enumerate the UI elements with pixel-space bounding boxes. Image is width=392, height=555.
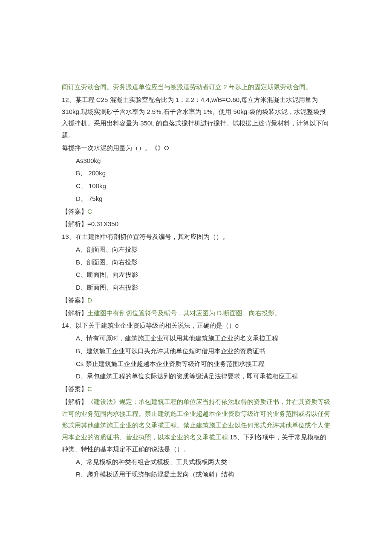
document-line: 13、在土建图中有剖切位置符号及编号，其对应图为（）。	[62, 231, 330, 243]
text-label: 【解析】	[62, 220, 87, 227]
document-line: B、 200kg	[62, 167, 330, 179]
document-line: A、情有可原时，建筑施工企业可以用其他建筑施工企业的名义承揽工程	[62, 332, 330, 344]
document-line: 每搅拌一次水泥的用量为（）。《》O	[62, 142, 330, 154]
document-line: B、建筑施工企业可以口头允许其他单位短时借用本企业的资质证书	[62, 345, 330, 357]
document-line: Cs 禁止建筑施工企业超越本企业资质等级许可的业务范围承揽工程	[62, 358, 330, 370]
text-label: 【答案】	[62, 208, 87, 215]
document-line: R、爬升模板适用于现浇钢筋混凝土竖向（或倾斜）结构	[62, 468, 330, 480]
text-value: 土建图中有剖切位置符号及编号，其对应图为 D.断面图、向右投影。	[87, 309, 281, 317]
document-line: B、剖面图、向右投影	[62, 256, 330, 268]
document-line: 12、某工程 C25 混凝土实验室配合比为 1：2.2：4.4,w/B=O.60…	[62, 94, 330, 141]
text-value: D	[87, 296, 92, 304]
text-segment: 【解析】	[62, 398, 87, 405]
document-line: 间订立劳动合同。劳务派遣单位应当与被派遣劳动者订立 2 年以上的固定期限劳动合同…	[62, 81, 330, 93]
document-line: C、断面图、向左投影	[62, 269, 330, 281]
document-line: D、 75kg	[62, 193, 330, 205]
document-line: 【答案】C	[62, 383, 330, 395]
document-line: A、剖面图、向左投影	[62, 244, 330, 256]
document-line: 【解析】《建设法》规定：承包建筑工程的单位应当持有依法取得的资质证书，并在其资质…	[62, 396, 330, 455]
text-label: 【答案】	[62, 385, 87, 392]
document-line: D、承包建筑工程的单位实际达到的资质等级满足法律要求，即可承揽相应工程	[62, 370, 330, 382]
text-label: 【解析】	[62, 309, 87, 317]
text-value: C	[87, 208, 92, 215]
document-line: C、 100kg	[62, 180, 330, 192]
document-line: D、断面图、向右投影	[62, 282, 330, 293]
document-line: A、常见模板的种类有组合式模板、工具式模板两大类	[62, 456, 330, 468]
text-label: 【答案】	[62, 296, 87, 304]
text-value: =0.31X350	[87, 220, 118, 227]
document-line: 【解析】土建图中有剖切位置符号及编号，其对应图为 D.断面图、向右投影。	[62, 307, 330, 319]
document-line: 【解析】=0.31X350	[62, 218, 330, 230]
document-line: 14、以下关于建筑业企业资质等级的相关说法，正确的是（）o	[62, 320, 330, 331]
document-line: 【答案】C	[62, 206, 330, 218]
text-value: C	[87, 385, 92, 392]
document-line: 【答案】D	[62, 294, 330, 306]
document-line: As300kg	[62, 155, 330, 167]
